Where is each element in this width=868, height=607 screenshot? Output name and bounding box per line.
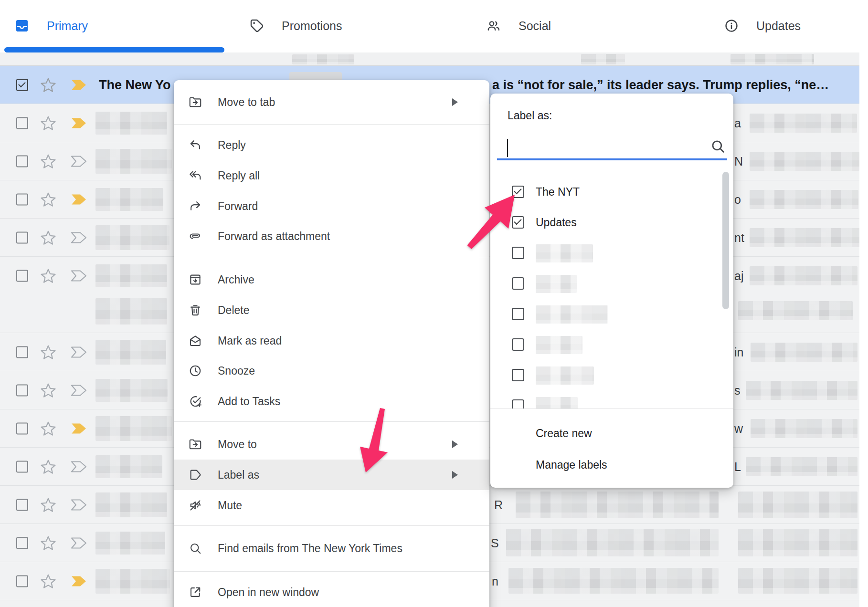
label-checkbox[interactable]	[512, 338, 524, 351]
task-check-icon	[188, 394, 202, 408]
email-checkbox[interactable]	[16, 576, 28, 587]
menu-item-forward[interactable]: Forward	[174, 191, 489, 221]
email-checkbox[interactable]	[16, 156, 28, 167]
blurred-sender	[95, 340, 166, 365]
label-checkbox[interactable]	[512, 369, 524, 381]
blurred-snippet	[750, 228, 860, 247]
star-icon[interactable]	[40, 535, 56, 551]
manage-labels-button[interactable]: Manage labels	[490, 450, 733, 480]
trash-icon	[188, 303, 202, 317]
star-icon[interactable]	[40, 497, 56, 513]
importance-marker[interactable]	[71, 117, 87, 129]
importance-marker[interactable]	[71, 156, 87, 167]
menu-item-forward-as-attachment[interactable]: Forward as attachment	[174, 221, 489, 251]
search-icon	[710, 138, 726, 155]
email-checkbox[interactable]	[16, 385, 28, 397]
email-checkbox[interactable]	[16, 461, 28, 473]
label-option-blurred[interactable]	[490, 360, 733, 390]
star-icon[interactable]	[40, 420, 56, 437]
menu-item-mark-as-read[interactable]: Mark as read	[174, 325, 489, 356]
star-icon[interactable]	[40, 115, 56, 131]
email-checkbox[interactable]	[16, 270, 28, 282]
gmail-window: The New Yo a is “not for sale,” its lead…	[0, 0, 868, 607]
blurred-sender	[95, 149, 172, 174]
label-list: The NYT Updates	[490, 165, 733, 408]
email-checkbox[interactable]	[16, 117, 28, 129]
label-option-blurred[interactable]	[490, 390, 733, 408]
star-icon[interactable]	[40, 382, 56, 398]
label-option-blurred[interactable]	[490, 299, 733, 329]
importance-marker[interactable]	[71, 79, 87, 91]
label-as-submenu: Label as: The NYT Updates	[490, 94, 733, 488]
label-option-blurred[interactable]	[490, 268, 733, 299]
blurred-text	[95, 298, 167, 324]
menu-item-open-in-new-window[interactable]: Open in new window	[174, 577, 489, 607]
importance-marker[interactable]	[71, 385, 87, 397]
star-icon[interactable]	[40, 191, 56, 208]
blurred-label-name	[536, 275, 577, 293]
label-option-the-nyt[interactable]: The NYT	[490, 177, 733, 207]
importance-marker[interactable]	[71, 232, 87, 244]
email-checkbox[interactable]	[16, 346, 28, 358]
search-underline	[497, 158, 727, 160]
importance-marker[interactable]	[71, 461, 87, 473]
star-icon[interactable]	[40, 153, 56, 169]
importance-marker[interactable]	[71, 346, 87, 358]
label-list-scrollbar[interactable]	[722, 172, 729, 309]
blurred-sender	[95, 112, 167, 135]
mute-icon	[188, 498, 202, 513]
importance-marker[interactable]	[71, 537, 87, 549]
submenu-arrow-icon	[452, 98, 458, 106]
create-new-label-button[interactable]: Create new	[490, 418, 733, 449]
email-checkbox[interactable]	[16, 194, 28, 206]
email-context-menu: Move to tab Reply Reply all Forward Forw…	[174, 80, 489, 607]
star-icon[interactable]	[40, 573, 56, 589]
email-checkbox[interactable]	[16, 537, 28, 549]
menu-item-move-to[interactable]: Move to	[174, 429, 489, 460]
star-icon[interactable]	[40, 77, 56, 93]
label-checkbox[interactable]	[512, 216, 524, 229]
star-icon[interactable]	[40, 230, 56, 246]
menu-item-delete[interactable]: Delete	[174, 295, 489, 325]
importance-marker[interactable]	[71, 499, 87, 511]
archive-icon	[188, 272, 202, 287]
star-icon[interactable]	[40, 344, 56, 360]
label-checkbox[interactable]	[512, 308, 524, 320]
tab-label: Promotions	[282, 19, 342, 33]
star-icon[interactable]	[40, 268, 56, 284]
menu-item-label-as[interactable]: Label as	[174, 460, 489, 490]
menu-item-find-emails[interactable]: Find emails from The New York Times	[174, 533, 489, 564]
menu-separator	[174, 421, 489, 422]
importance-marker[interactable]	[71, 423, 87, 435]
email-checkbox[interactable]	[16, 79, 28, 91]
menu-item-reply-all[interactable]: Reply all	[174, 160, 489, 191]
label-option-updates[interactable]: Updates	[490, 207, 733, 238]
menu-separator	[174, 571, 489, 572]
label-checkbox[interactable]	[512, 399, 524, 408]
label-checkbox[interactable]	[512, 247, 524, 259]
star-icon[interactable]	[40, 459, 56, 475]
menu-item-archive[interactable]: Archive	[174, 264, 489, 295]
importance-marker[interactable]	[71, 270, 87, 282]
label-option-blurred[interactable]	[490, 238, 733, 268]
menu-item-move-to-tab[interactable]: Move to tab	[174, 87, 489, 117]
importance-marker[interactable]	[71, 194, 87, 206]
email-row-partial-top[interactable]	[0, 52, 859, 66]
tab-updates[interactable]: Updates	[724, 0, 853, 52]
email-checkbox[interactable]	[16, 499, 28, 511]
menu-item-mute[interactable]: Mute	[174, 490, 489, 521]
tab-primary[interactable]: Primary	[14, 0, 186, 52]
menu-item-snooze[interactable]: Snooze	[174, 356, 489, 386]
importance-marker[interactable]	[71, 576, 87, 587]
label-checkbox[interactable]	[512, 186, 524, 198]
blurred-snippet	[750, 266, 857, 285]
email-checkbox[interactable]	[16, 423, 28, 435]
label-option-blurred[interactable]	[490, 329, 733, 360]
menu-item-add-to-tasks[interactable]: Add to Tasks	[174, 386, 489, 417]
tab-social[interactable]: Social	[486, 0, 601, 52]
email-checkbox[interactable]	[16, 232, 28, 244]
label-search-input[interactable]	[501, 136, 703, 158]
tab-promotions[interactable]: Promotions	[249, 0, 392, 52]
label-checkbox[interactable]	[512, 277, 524, 290]
menu-item-reply[interactable]: Reply	[174, 130, 489, 160]
